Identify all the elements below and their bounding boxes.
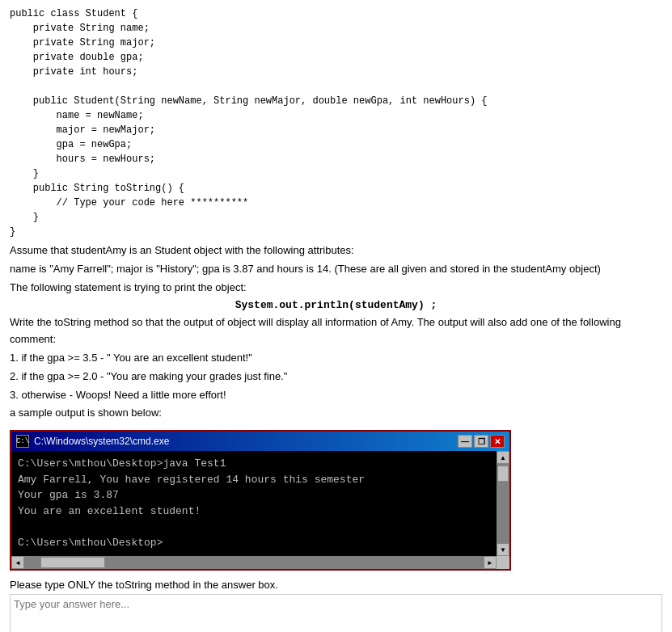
cmd-icon: C:\ [16,435,29,448]
h-scroll-thumb[interactable] [40,557,105,568]
cmd-prompt: C:\Users\mthou\Desktop> [18,535,490,551]
cmd-line-4: You are an excellent student! [18,503,490,520]
cmd-content-wrapper: C:\Users\mthou\Desktop>java Test1 Amy Fa… [11,451,509,556]
cmd-content: C:\Users\mthou\Desktop>java Test1 Amy Fa… [11,451,497,556]
cmd-titlebar-left: C:\ C:\Windows\system32\cmd.exe [16,435,169,448]
scrollbar-corner [497,556,509,569]
close-button[interactable]: ✕ [490,435,505,448]
scroll-down-button[interactable]: ▼ [497,543,509,556]
cmd-titlebar: C:\ C:\Windows\system32\cmd.exe — ❐ ✕ [11,432,509,451]
cmd-window: C:\ C:\Windows\system32\cmd.exe — ❐ ✕ C:… [10,430,511,571]
cmd-line-1: C:\Users\mthou\Desktop>java Test1 [18,456,490,472]
scroll-left-button[interactable]: ◄ [11,556,24,569]
answer-input[interactable] [10,594,662,632]
write-instruction: Write the toString method so that the ou… [10,314,662,348]
h-scroll-track [24,556,484,569]
code-block: public class Student { private String na… [10,6,662,239]
attributes-text: name is "Amy Farrell"; major is "History… [10,261,662,278]
following-statement-text: The following statement is trying to pri… [10,280,662,297]
cmd-line-3: Your gpa is 3.87 [18,487,490,503]
footer-instruction: Please type ONLY the toString method in … [10,579,662,591]
sample-text: a sample output is shown below: [10,405,662,422]
condition3-text: 3. otherwise - Woops! Need a little more… [10,387,662,404]
cmd-horizontal-scrollbar[interactable]: ◄ ► [11,556,509,569]
scroll-thumb[interactable] [497,466,509,482]
scroll-right-button[interactable]: ► [484,556,497,569]
cmd-scrollbar[interactable]: ▲ ▼ [497,451,509,556]
condition2-text: 2. if the gpa >= 2.0 - "You are making y… [10,369,662,386]
cmd-line-2: Amy Farrell, You have registered 14 hour… [18,472,490,488]
cmd-controls[interactable]: — ❐ ✕ [458,435,505,448]
scroll-up-button[interactable]: ▲ [497,451,509,464]
println-statement: System.out.println(studentAmy) ; [10,299,662,311]
restore-button[interactable]: ❐ [474,435,488,448]
condition1-text: 1. if the gpa >= 3.5 - " You are an exce… [10,350,662,367]
assume-text: Assume that studentAmy is an Student obj… [10,242,662,259]
cmd-title: C:\Windows\system32\cmd.exe [34,436,169,447]
minimize-button[interactable]: — [458,435,472,448]
scroll-track [497,464,509,543]
